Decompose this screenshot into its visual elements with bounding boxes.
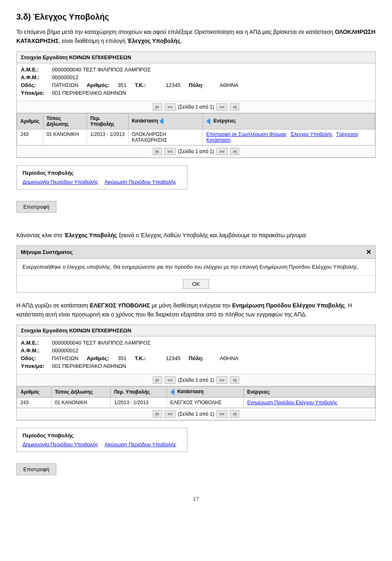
- pagination-bottom-2: |< << (Σελίδα 1 από 1) >> >|: [17, 408, 375, 420]
- pag-last-b1[interactable]: >|: [230, 148, 239, 155]
- cell-typos-2: 01 ΚΑΝΟΝΙΚΗ: [51, 398, 111, 408]
- period-box-1: Περίοδος Υποβολής Δημιουργία Περιόδου Υπ…: [16, 165, 187, 189]
- pagination-top-1: |< << (Σελίδα 1 από 1) >> >|: [17, 101, 375, 113]
- intro-text1: Το επόμενο βήμα μετά την καταχώρηση στοι…: [16, 29, 335, 35]
- pag-prev-1[interactable]: <<: [165, 103, 176, 111]
- ok-btn-row: ΟΚ: [17, 275, 375, 292]
- employer-info-box-1: Στοιχεία Εργοδότη ΚΟΙΝΩΝ ΕΠΙΧΕΙΡΗΣΕΩΝ Α.…: [16, 51, 376, 158]
- col-arithmos-1: Αριθμός: [17, 113, 43, 129]
- create-period-link-1[interactable]: Δημιουργία Περιόδου Υποβολής: [22, 179, 98, 185]
- odos-label-2: Οδός:: [21, 355, 49, 361]
- employer-info-box-2: Στοιχεία Εργοδότη ΚΟΙΝΩΝ ΕΠΙΧΕΙΡΗΣΕΩΝ Α.…: [16, 325, 376, 421]
- pag-prev-b1[interactable]: <<: [165, 148, 176, 155]
- period-box-2: Περίοδος Υποβολής Δημιουργία Περιόδου Υπ…: [16, 428, 187, 452]
- after-msg-paragraph: Η ΑΠΔ γυρίζει σε κατάσταση ΕΛΕΓΧΟΣ ΥΠΟΒΟ…: [16, 301, 376, 319]
- poli-value-1: ΑΘΗΝΑ: [220, 82, 238, 88]
- ame-label-1: Α.Μ.Ε.:: [21, 67, 49, 73]
- poli-value-2: ΑΘΗΝΑ: [220, 355, 238, 361]
- click-text2: ξεκινά ο Έλεγχος Λαθών Υποβολής και λαμβ…: [117, 232, 307, 238]
- intro-bold2: Έλεγχος Υποβολής: [127, 38, 180, 44]
- pag-last-1[interactable]: >|: [230, 103, 239, 111]
- ame-row-1: Α.Μ.Ε.: 0000000040 ΤΕΣΤ ΦΙΛΙΠΠΟΣ ΛΑΜΠΡΟΣ: [21, 67, 371, 73]
- cell-katastasi-1: ΟΛΟΚΛΗΡΩΣΗ ΚΑΤΑΧΩΡΗΣΗΣ: [128, 129, 203, 145]
- pag-prev-2[interactable]: <<: [165, 376, 176, 384]
- info-grid-1: Α.Μ.Ε.: 0000000040 ΤΕΣΤ ΦΙΛΙΠΠΟΣ ΛΑΜΠΡΟΣ…: [17, 63, 375, 101]
- col-per-1: Περ. Υποβολής: [87, 113, 129, 129]
- data-table-2: Αριθμός Τύπος Δήλωσης Περ. Υποβολής Κατά…: [17, 386, 375, 408]
- tk-value-1: 12345: [166, 82, 180, 88]
- afm-row-1: Α.Φ.Μ.: 000000012: [21, 74, 371, 80]
- cell-typos-1: 01 ΚΑΝΟΝΙΚΗ: [43, 129, 87, 145]
- ypok-row-2: Υποκ/μα: 001 ΠΕΡΙΦΕΡΕΙΑΚΟ ΑΘΗΝΩΝ: [21, 363, 371, 369]
- message-header: Μήνυμα Συστήματος ✕: [17, 246, 375, 259]
- period-links-2: Δημιουργία Περιόδου Υποβολής Ακύρωση Περ…: [22, 441, 181, 447]
- period-title-1: Περίοδος Υποβολής: [22, 170, 181, 176]
- action-enimerwsi[interactable]: Ενημέρωση Προόδου Ελέγχου Υποβολής: [247, 400, 337, 405]
- create-period-link-2[interactable]: Δημιουργία Περιόδου Υποβολής: [22, 441, 98, 447]
- ame-label-2: Α.Μ.Ε.:: [21, 340, 49, 346]
- afm-label-2: Α.Φ.Μ.:: [21, 347, 49, 354]
- col-per-2: Περ. Υποβολής: [111, 387, 167, 398]
- epistrofi-button-1[interactable]: Επιστροφή: [16, 201, 56, 213]
- section-header-2: Στοιχεία Εργοδότη ΚΟΙΝΩΝ ΕΠΙΧΕΙΡΗΣΕΩΝ: [17, 325, 375, 336]
- period-links-1: Δημιουργία Περιόδου Υποβολής Ακύρωση Περ…: [22, 178, 181, 185]
- message-body: Ενεργοποιήθηκε ο έλεγχος υποβολής. Θα εν…: [17, 259, 375, 275]
- close-icon[interactable]: ✕: [366, 248, 371, 256]
- ame-value-2: 0000000040 ΤΕΣΤ ΦΙΛΙΠΠΟΣ ΛΑΜΠΡΟΣ: [52, 340, 151, 346]
- pag-first-1[interactable]: |<: [153, 103, 162, 111]
- cancel-period-link-1[interactable]: Ακύρωση Περιόδου Υποβολής: [105, 179, 176, 185]
- epistrofi-btn-wrapper-2: Επιστροφή: [16, 463, 376, 483]
- pag-first-b1[interactable]: |<: [153, 148, 162, 155]
- odos-value-2: ΠΑΤΗΣΙΩΝ: [52, 355, 78, 361]
- intro-end: .: [180, 38, 182, 44]
- odos-label-1: Οδός:: [21, 82, 49, 88]
- ypok-value-2: 001 ΠΕΡΙΦΕΡΕΙΑΚΟ ΑΘΗΝΩΝ: [52, 363, 126, 369]
- page-number: 17: [16, 496, 376, 502]
- ypok-value-1: 001 ΠΕΡΙΦΕΡΕΙΑΚΟ ΑΘΗΝΩΝ: [52, 90, 126, 96]
- pag-last-b2[interactable]: >|: [230, 410, 239, 418]
- action-elegchos-ypovolhs[interactable]: Έλεγχος Υποβολής: [290, 131, 332, 137]
- click-note: Κάνοντας κλικ στο Έλεγχος Υποβολής ξεκιν…: [16, 231, 376, 240]
- ok-button[interactable]: ΟΚ: [183, 279, 209, 289]
- period-section-2: Περίοδος Υποβολής Δημιουργία Περιόδου Υπ…: [16, 428, 376, 458]
- arrow-left-icon-3: [170, 389, 174, 395]
- col-energeies-2: Ενέργειες: [244, 387, 375, 398]
- cancel-period-link-2[interactable]: Ακύρωση Περιόδου Υποβολής: [105, 441, 176, 447]
- pag-first-b2[interactable]: |<: [153, 410, 162, 418]
- pag-next-1[interactable]: >>: [216, 103, 227, 111]
- pag-first-2[interactable]: |<: [153, 376, 162, 384]
- afm-value-2: 000000012: [52, 347, 78, 354]
- col-energeies-1: Ενέργειες: [203, 113, 375, 129]
- afm-row-2: Α.Φ.Μ.: 000000012: [21, 347, 371, 354]
- period-title-2: Περίοδος Υποβολής: [22, 432, 181, 439]
- col-arithmos-2: Αριθμός: [17, 387, 51, 398]
- pag-text-bot-1: (Σελίδα 1 από 1): [178, 149, 214, 154]
- pag-next-b1[interactable]: >>: [216, 148, 227, 155]
- poli-label-1: Πόλη:: [189, 82, 217, 88]
- tk-label-2: Τ.Κ.:: [135, 355, 163, 361]
- action-epistrofi-symplirosi[interactable]: Επιστροφή σε Συμπλήρωση Φόρμας: [206, 131, 287, 137]
- tk-label-1: Τ.Κ.:: [135, 82, 163, 88]
- arithmos-label-1: Αριθμός:: [87, 82, 115, 88]
- click-bold1: Έλεγχος Υποβολής: [64, 232, 117, 238]
- pagination-bottom-1: |< << (Σελίδα 1 από 1) >> >|: [17, 145, 375, 158]
- message-title: Μήνυμα Συστήματος: [21, 249, 73, 255]
- click-text1: Κάνοντας κλικ στο: [16, 232, 64, 238]
- poli-label-2: Πόλη:: [189, 355, 217, 361]
- epistrofi-button-2[interactable]: Επιστροφή: [16, 463, 56, 475]
- after-text1: Η ΑΠΔ γυρίζει σε κατάσταση: [16, 302, 90, 309]
- ame-value-1: 0000000040 ΤΕΣΤ ΦΙΛΙΠΠΟΣ ΛΑΜΠΡΟΣ: [52, 67, 151, 73]
- arithmos-value-2: 351: [118, 355, 127, 361]
- cell-arithmos-2: 243: [17, 398, 51, 408]
- arithmos-label-2: Αριθμός:: [87, 355, 115, 361]
- pag-prev-b2[interactable]: <<: [165, 410, 176, 418]
- arrow-left-icon-1: [159, 118, 163, 125]
- pag-next-2[interactable]: >>: [216, 376, 227, 384]
- pag-last-2[interactable]: >|: [230, 376, 239, 384]
- odos-row-2: Οδός: ΠΑΤΗΣΙΩΝ Αριθμός: 351 Τ.Κ.: 12345 …: [21, 355, 371, 361]
- pag-text-top-1: (Σελίδα 1 από 1): [178, 104, 214, 110]
- pag-next-b2[interactable]: >>: [216, 410, 227, 418]
- afm-label-1: Α.Φ.Μ.:: [21, 74, 49, 80]
- after-bold2: Ενημέρωση Προόδου Ελέγχου Υποβολής: [232, 302, 345, 309]
- message-box: Μήνυμα Συστήματος ✕ Ενεργοποιήθηκε ο έλε…: [16, 245, 376, 293]
